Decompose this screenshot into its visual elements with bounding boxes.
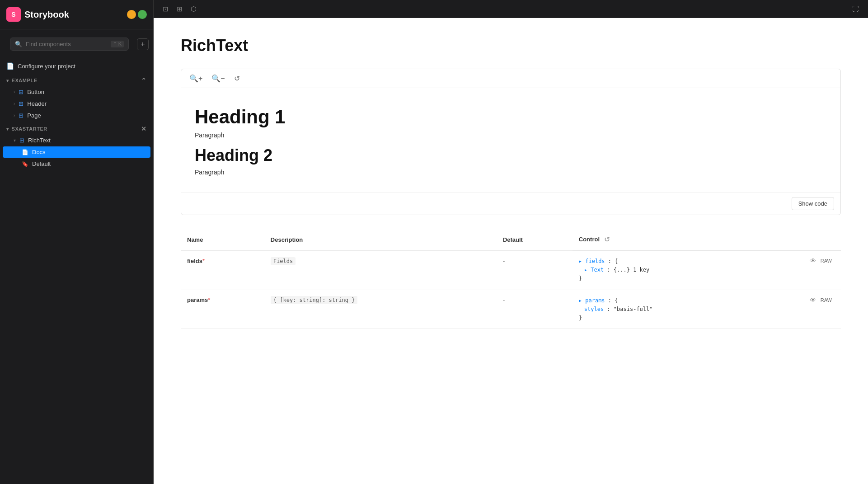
nav-label-page: Page bbox=[27, 112, 41, 119]
component-icon-page: ⊞ bbox=[19, 112, 23, 119]
add-button[interactable]: + bbox=[137, 38, 149, 50]
section-example-expand[interactable]: ⌃ bbox=[141, 77, 147, 84]
raw-button-params[interactable]: RAW bbox=[818, 296, 835, 304]
search-bar[interactable]: 🔍 ⌃ K bbox=[10, 38, 129, 51]
configure-project-item[interactable]: 📄 Configure your project bbox=[0, 59, 153, 73]
required-star-params: * bbox=[208, 296, 210, 303]
prop-control-params: ▸ params : { styles : "basis-full" } 👁 R… bbox=[572, 290, 841, 329]
component-icon-header: ⊞ bbox=[19, 100, 23, 107]
search-shortcut: ⌃ K bbox=[111, 41, 124, 47]
preview-footer: Show code bbox=[181, 192, 840, 215]
control-wrap-params: ▸ params : { styles : "basis-full" } 👁 R… bbox=[579, 296, 835, 323]
notification-dot-yellow[interactable] bbox=[127, 10, 136, 19]
zoom-out-button[interactable]: 🔍− bbox=[209, 73, 227, 84]
table-row: fields* Fields - ▸ fields : { ▸ Text : {… bbox=[181, 251, 841, 290]
col-description: Description bbox=[264, 229, 497, 251]
nav-label-docs: Docs bbox=[32, 149, 46, 155]
sidebar-nav: ▾ EXAMPLE ⌃ › ⊞ Button › ⊞ Header › ⊞ Pa… bbox=[0, 73, 153, 484]
docs-area: RichText 🔍+ 🔍− ↺ Heading 1 Paragraph Hea… bbox=[154, 18, 868, 484]
sidebar-item-button[interactable]: › ⊞ Button bbox=[3, 86, 150, 98]
section-sxastarter-label: SXASTARTER bbox=[12, 126, 47, 132]
chevron-example: ▾ bbox=[6, 78, 9, 83]
prop-name-params: params* bbox=[181, 290, 264, 329]
col-control: Control ↺ bbox=[572, 229, 841, 251]
sidebar-header: S Storybook bbox=[0, 0, 153, 29]
required-star-fields: * bbox=[202, 258, 205, 264]
reset-controls-button[interactable]: ↺ bbox=[602, 233, 612, 245]
configure-icon: 📄 bbox=[6, 62, 14, 70]
toolbar-expand-button[interactable]: ⛶ bbox=[849, 3, 862, 14]
control-actions-params: 👁 RAW bbox=[810, 296, 835, 304]
nav-label-header: Header bbox=[27, 100, 47, 107]
eye-icon-params[interactable]: 👁 bbox=[810, 296, 816, 304]
prop-default-params: - bbox=[497, 290, 572, 329]
main-content: ⊡ ⊞ ⬡ ⛶ RichText 🔍+ 🔍− ↺ Heading 1 Parag… bbox=[154, 0, 868, 484]
control-code-fields: ▸ fields : { ▸ Text : {...} 1 key } bbox=[579, 257, 806, 283]
search-input[interactable] bbox=[26, 41, 107, 47]
nav-label-button: Button bbox=[27, 89, 44, 95]
preview-canvas: Heading 1 Paragraph Heading 2 Paragraph bbox=[181, 88, 840, 192]
control-actions-fields: 👁 RAW bbox=[810, 257, 835, 264]
sidebar-item-richtext[interactable]: ▾ ⊞ RichText bbox=[3, 135, 150, 146]
preview-heading2: Heading 2 bbox=[195, 146, 827, 165]
prop-desc-params: { [key: string]: string } bbox=[264, 290, 497, 329]
preview-paragraph1: Paragraph bbox=[195, 132, 827, 139]
sidebar-title: Storybook bbox=[24, 9, 123, 20]
nav-label-default: Default bbox=[32, 160, 51, 167]
chevron-sxastarter: ▾ bbox=[6, 127, 9, 132]
top-toolbar: ⊡ ⊞ ⬡ ⛶ bbox=[154, 0, 868, 18]
table-header-row: Name Description Default Control ↺ bbox=[181, 229, 841, 251]
docs-icon: 📄 bbox=[22, 149, 28, 155]
component-icon-richtext: ⊞ bbox=[19, 137, 24, 144]
toolbar-view-component[interactable]: ⬡ bbox=[188, 3, 199, 15]
prop-control-fields: ▸ fields : { ▸ Text : {...} 1 key } 👁 RA… bbox=[572, 251, 841, 290]
sidebar: S Storybook 🔍 ⌃ K + 📄 Configure your pro… bbox=[0, 0, 154, 484]
eye-icon-fields[interactable]: 👁 bbox=[810, 257, 816, 264]
show-code-button[interactable]: Show code bbox=[792, 197, 834, 210]
default-icon: 🔖 bbox=[22, 161, 28, 167]
toolbar-view-single[interactable]: ⊡ bbox=[160, 3, 171, 15]
sidebar-item-docs[interactable]: 📄 Docs bbox=[3, 146, 150, 158]
table-row: params* { [key: string]: string } - ▸ pa… bbox=[181, 290, 841, 329]
preview-heading1: Heading 1 bbox=[195, 106, 827, 128]
chevron-richtext: ▾ bbox=[14, 138, 16, 143]
nav-label-richtext: RichText bbox=[28, 137, 51, 144]
control-code-params: ▸ params : { styles : "basis-full" } bbox=[579, 296, 806, 323]
sidebar-item-header[interactable]: › ⊞ Header bbox=[3, 98, 150, 109]
section-sxastarter-left: ▾ SXASTARTER bbox=[6, 126, 47, 132]
component-icon-button: ⊞ bbox=[19, 89, 23, 95]
raw-button-fields[interactable]: RAW bbox=[818, 257, 835, 264]
zoom-in-button[interactable]: 🔍+ bbox=[187, 73, 205, 84]
header-icons bbox=[127, 10, 147, 19]
col-control-label: Control bbox=[579, 236, 600, 243]
preview-paragraph2: Paragraph bbox=[195, 169, 827, 176]
props-table: Name Description Default Control ↺ field… bbox=[181, 229, 841, 329]
col-default: Default bbox=[497, 229, 572, 251]
sidebar-item-default[interactable]: 🔖 Default bbox=[3, 158, 150, 169]
prop-default-fields: - bbox=[497, 251, 572, 290]
toolbar-view-grid[interactable]: ⊞ bbox=[174, 3, 185, 15]
prop-name-fields: fields* bbox=[181, 251, 264, 290]
chevron-button: › bbox=[14, 89, 15, 94]
search-icon: 🔍 bbox=[15, 41, 22, 47]
section-sxastarter-close[interactable]: ✕ bbox=[141, 125, 147, 132]
control-wrap-fields: ▸ fields : { ▸ Text : {...} 1 key } 👁 RA… bbox=[579, 257, 835, 283]
preview-container: 🔍+ 🔍− ↺ Heading 1 Paragraph Heading 2 Pa… bbox=[181, 69, 841, 215]
preview-toolbar: 🔍+ 🔍− ↺ bbox=[181, 69, 840, 88]
section-example[interactable]: ▾ EXAMPLE ⌃ bbox=[0, 73, 153, 86]
notification-dot-green[interactable] bbox=[138, 10, 147, 19]
section-sxastarter[interactable]: ▾ SXASTARTER ✕ bbox=[0, 122, 153, 134]
sidebar-item-page[interactable]: › ⊞ Page bbox=[3, 110, 150, 121]
chevron-header: › bbox=[14, 101, 15, 106]
prop-desc-fields: Fields bbox=[264, 251, 497, 290]
col-name: Name bbox=[181, 229, 264, 251]
configure-label: Configure your project bbox=[18, 63, 75, 70]
chevron-page: › bbox=[14, 113, 15, 118]
storybook-logo: S bbox=[6, 7, 21, 22]
reset-zoom-button[interactable]: ↺ bbox=[231, 73, 243, 84]
docs-title: RichText bbox=[181, 36, 841, 55]
section-example-left: ▾ EXAMPLE bbox=[6, 78, 38, 83]
section-example-label: EXAMPLE bbox=[12, 78, 38, 83]
